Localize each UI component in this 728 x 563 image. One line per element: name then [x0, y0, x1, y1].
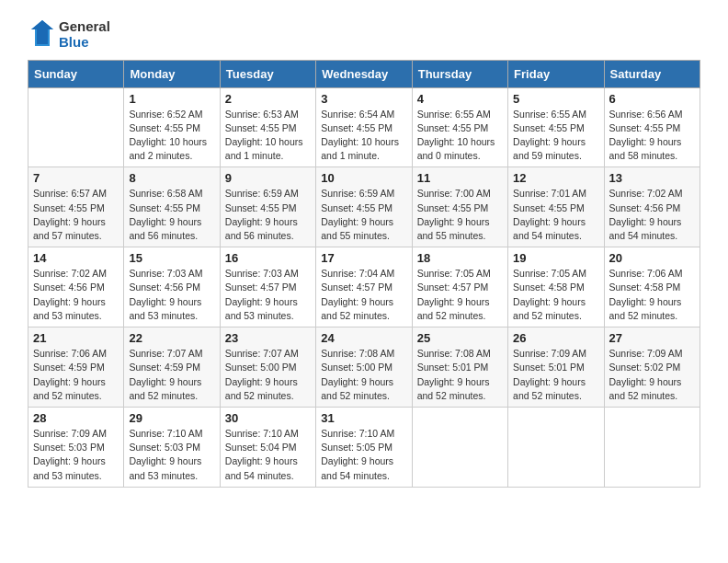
- day-info: Sunrise: 7:06 AM Sunset: 4:59 PM Dayligh…: [33, 347, 119, 403]
- day-info: Sunrise: 7:03 AM Sunset: 4:57 PM Dayligh…: [225, 267, 311, 323]
- calendar-day-21: 21Sunrise: 7:06 AM Sunset: 4:59 PM Dayli…: [28, 327, 124, 408]
- day-info: Sunrise: 7:01 AM Sunset: 4:55 PM Dayligh…: [513, 187, 598, 243]
- day-number: 11: [417, 171, 503, 185]
- day-info: Sunrise: 7:10 AM Sunset: 5:03 PM Dayligh…: [129, 427, 214, 483]
- header-sunday: Sunday: [28, 60, 124, 87]
- day-number: 5: [513, 92, 598, 106]
- calendar-week-2: 7Sunrise: 6:57 AM Sunset: 4:55 PM Daylig…: [28, 167, 700, 247]
- empty-cell: [28, 87, 124, 167]
- day-info: Sunrise: 7:09 AM Sunset: 5:02 PM Dayligh…: [609, 347, 695, 403]
- day-number: 22: [129, 331, 214, 345]
- day-number: 14: [33, 251, 119, 265]
- day-info: Sunrise: 6:55 AM Sunset: 4:55 PM Dayligh…: [417, 108, 503, 164]
- day-info: Sunrise: 7:07 AM Sunset: 5:00 PM Dayligh…: [225, 347, 311, 403]
- day-info: Sunrise: 7:00 AM Sunset: 4:55 PM Dayligh…: [417, 187, 503, 243]
- calendar-day-12: 12Sunrise: 7:01 AM Sunset: 4:55 PM Dayli…: [508, 167, 604, 247]
- calendar-day-27: 27Sunrise: 7:09 AM Sunset: 5:02 PM Dayli…: [604, 327, 700, 408]
- day-info: Sunrise: 6:57 AM Sunset: 4:55 PM Dayligh…: [33, 187, 119, 243]
- day-number: 28: [33, 411, 119, 425]
- header-friday: Friday: [508, 60, 604, 87]
- day-number: 4: [417, 92, 503, 106]
- day-info: Sunrise: 7:10 AM Sunset: 5:05 PM Dayligh…: [321, 427, 406, 483]
- calendar-week-4: 21Sunrise: 7:06 AM Sunset: 4:59 PM Dayli…: [28, 327, 700, 408]
- day-number: 10: [321, 171, 406, 185]
- page-header: General Blue: [28, 18, 700, 51]
- calendar-week-5: 28Sunrise: 7:09 AM Sunset: 5:03 PM Dayli…: [28, 408, 700, 488]
- day-number: 17: [321, 251, 406, 265]
- day-number: 3: [321, 92, 406, 106]
- logo: General Blue: [28, 18, 110, 51]
- day-info: Sunrise: 6:59 AM Sunset: 4:55 PM Dayligh…: [225, 187, 311, 243]
- header-tuesday: Tuesday: [220, 60, 315, 87]
- day-info: Sunrise: 7:08 AM Sunset: 5:00 PM Dayligh…: [321, 347, 406, 403]
- calendar-day-11: 11Sunrise: 7:00 AM Sunset: 4:55 PM Dayli…: [412, 167, 507, 247]
- calendar-day-22: 22Sunrise: 7:07 AM Sunset: 4:59 PM Dayli…: [124, 327, 220, 408]
- calendar-day-23: 23Sunrise: 7:07 AM Sunset: 5:00 PM Dayli…: [220, 327, 315, 408]
- day-number: 13: [609, 171, 695, 185]
- calendar-body: 1Sunrise: 6:52 AM Sunset: 4:55 PM Daylig…: [28, 87, 700, 487]
- calendar-day-30: 30Sunrise: 7:10 AM Sunset: 5:04 PM Dayli…: [220, 408, 315, 488]
- calendar-day-9: 9Sunrise: 6:59 AM Sunset: 4:55 PM Daylig…: [220, 167, 315, 247]
- day-number: 23: [225, 331, 311, 345]
- day-number: 7: [33, 171, 119, 185]
- empty-cell: [412, 408, 507, 488]
- day-number: 26: [513, 331, 598, 345]
- day-number: 30: [225, 411, 311, 425]
- header-monday: Monday: [124, 60, 220, 87]
- logo-text-blue: Blue: [59, 34, 110, 50]
- day-number: 19: [513, 251, 598, 265]
- logo-text-general: General: [59, 18, 110, 34]
- calendar-day-15: 15Sunrise: 7:03 AM Sunset: 4:56 PM Dayli…: [124, 247, 220, 327]
- calendar-day-14: 14Sunrise: 7:02 AM Sunset: 4:56 PM Dayli…: [28, 247, 124, 327]
- day-info: Sunrise: 7:09 AM Sunset: 5:01 PM Dayligh…: [513, 347, 598, 403]
- day-info: Sunrise: 6:56 AM Sunset: 4:55 PM Dayligh…: [609, 108, 695, 164]
- day-number: 20: [609, 251, 695, 265]
- empty-cell: [604, 408, 700, 488]
- calendar-day-26: 26Sunrise: 7:09 AM Sunset: 5:01 PM Dayli…: [508, 327, 604, 408]
- calendar-day-13: 13Sunrise: 7:02 AM Sunset: 4:56 PM Dayli…: [604, 167, 700, 247]
- calendar-day-31: 31Sunrise: 7:10 AM Sunset: 5:05 PM Dayli…: [316, 408, 412, 488]
- day-info: Sunrise: 7:05 AM Sunset: 4:57 PM Dayligh…: [417, 267, 503, 323]
- day-info: Sunrise: 7:06 AM Sunset: 4:58 PM Dayligh…: [609, 267, 695, 323]
- calendar-day-18: 18Sunrise: 7:05 AM Sunset: 4:57 PM Dayli…: [412, 247, 507, 327]
- calendar-table: SundayMondayTuesdayWednesdayThursdayFrid…: [28, 60, 700, 488]
- day-info: Sunrise: 7:02 AM Sunset: 4:56 PM Dayligh…: [33, 267, 119, 323]
- day-info: Sunrise: 6:58 AM Sunset: 4:55 PM Dayligh…: [129, 187, 214, 243]
- calendar-header: SundayMondayTuesdayWednesdayThursdayFrid…: [28, 60, 700, 87]
- calendar-day-28: 28Sunrise: 7:09 AM Sunset: 5:03 PM Dayli…: [28, 408, 124, 488]
- day-info: Sunrise: 7:04 AM Sunset: 4:57 PM Dayligh…: [321, 267, 406, 323]
- day-info: Sunrise: 7:10 AM Sunset: 5:04 PM Dayligh…: [225, 427, 311, 483]
- day-info: Sunrise: 7:02 AM Sunset: 4:56 PM Dayligh…: [609, 187, 695, 243]
- day-number: 27: [609, 331, 695, 345]
- calendar-day-7: 7Sunrise: 6:57 AM Sunset: 4:55 PM Daylig…: [28, 167, 124, 247]
- calendar-week-3: 14Sunrise: 7:02 AM Sunset: 4:56 PM Dayli…: [28, 247, 700, 327]
- header-wednesday: Wednesday: [316, 60, 412, 87]
- day-info: Sunrise: 6:59 AM Sunset: 4:55 PM Dayligh…: [321, 187, 406, 243]
- calendar-day-3: 3Sunrise: 6:54 AM Sunset: 4:55 PM Daylig…: [316, 87, 412, 167]
- day-number: 24: [321, 331, 406, 345]
- day-info: Sunrise: 7:03 AM Sunset: 4:56 PM Dayligh…: [129, 267, 214, 323]
- day-number: 29: [129, 411, 214, 425]
- day-info: Sunrise: 6:54 AM Sunset: 4:55 PM Dayligh…: [321, 108, 406, 164]
- day-number: 18: [417, 251, 503, 265]
- calendar-day-10: 10Sunrise: 6:59 AM Sunset: 4:55 PM Dayli…: [316, 167, 412, 247]
- calendar-day-4: 4Sunrise: 6:55 AM Sunset: 4:55 PM Daylig…: [412, 87, 507, 167]
- calendar-day-16: 16Sunrise: 7:03 AM Sunset: 4:57 PM Dayli…: [220, 247, 315, 327]
- header-saturday: Saturday: [604, 60, 700, 87]
- day-number: 16: [225, 251, 311, 265]
- day-number: 25: [417, 331, 503, 345]
- day-info: Sunrise: 6:53 AM Sunset: 4:55 PM Dayligh…: [225, 108, 311, 164]
- logo-icon: [28, 18, 57, 48]
- calendar-day-24: 24Sunrise: 7:08 AM Sunset: 5:00 PM Dayli…: [316, 327, 412, 408]
- day-info: Sunrise: 7:05 AM Sunset: 4:58 PM Dayligh…: [513, 267, 598, 323]
- day-number: 1: [129, 92, 214, 106]
- day-info: Sunrise: 6:55 AM Sunset: 4:55 PM Dayligh…: [513, 108, 598, 164]
- day-info: Sunrise: 6:52 AM Sunset: 4:55 PM Dayligh…: [129, 108, 214, 164]
- calendar-week-1: 1Sunrise: 6:52 AM Sunset: 4:55 PM Daylig…: [28, 87, 700, 167]
- calendar-day-5: 5Sunrise: 6:55 AM Sunset: 4:55 PM Daylig…: [508, 87, 604, 167]
- svg-marker-2: [31, 20, 53, 44]
- calendar-day-25: 25Sunrise: 7:08 AM Sunset: 5:01 PM Dayli…: [412, 327, 507, 408]
- day-number: 8: [129, 171, 214, 185]
- calendar-day-17: 17Sunrise: 7:04 AM Sunset: 4:57 PM Dayli…: [316, 247, 412, 327]
- calendar-day-2: 2Sunrise: 6:53 AM Sunset: 4:55 PM Daylig…: [220, 87, 315, 167]
